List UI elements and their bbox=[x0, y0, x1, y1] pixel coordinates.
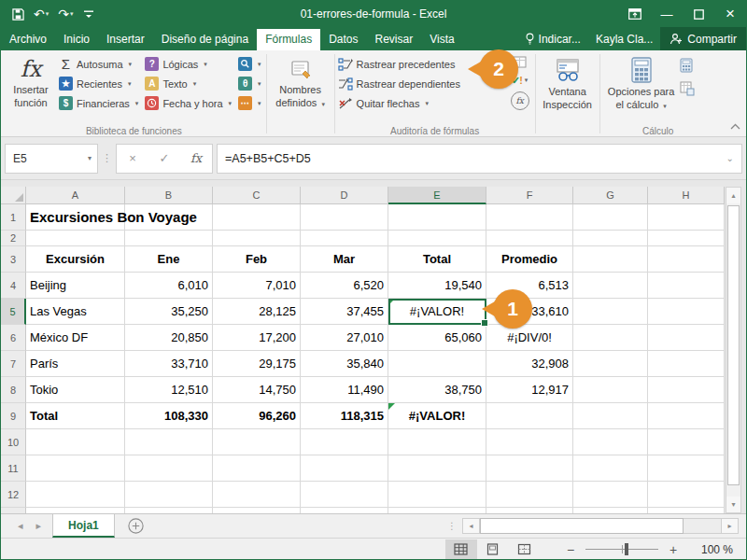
cell-F11[interactable] bbox=[486, 455, 573, 482]
cell-C7[interactable]: 29,175 bbox=[213, 351, 301, 377]
recientes-button[interactable]: ★Recientes▾ bbox=[57, 74, 140, 93]
cell-B9[interactable]: 108,330 bbox=[125, 403, 213, 429]
cell-B3[interactable]: Ene bbox=[125, 246, 213, 273]
formula-input[interactable]: =A5+B5+C5+D5 ⌄ bbox=[217, 144, 742, 174]
sheet-prev-icon[interactable]: ◂ bbox=[18, 520, 23, 532]
cell-B12[interactable] bbox=[125, 482, 213, 508]
cell-E7[interactable] bbox=[388, 351, 486, 377]
cell-F7[interactable]: 32,908 bbox=[486, 351, 573, 377]
cell-G2[interactable] bbox=[573, 231, 648, 246]
calculate-sheet-button[interactable] bbox=[680, 81, 695, 100]
cell-D8[interactable]: 11,490 bbox=[301, 377, 388, 403]
page-break-view-button[interactable] bbox=[509, 539, 541, 559]
column-header-F[interactable]: F bbox=[486, 187, 573, 204]
cell-A4[interactable]: Beijing bbox=[26, 273, 125, 299]
cell-G9[interactable] bbox=[573, 403, 648, 429]
cell-A6[interactable]: México DF bbox=[26, 325, 125, 351]
column-header-E[interactable]: E bbox=[388, 187, 486, 204]
zoom-slider-thumb[interactable] bbox=[625, 543, 628, 555]
cell-E11[interactable] bbox=[388, 455, 486, 482]
more-functions-icon-button[interactable]: ⋯▾ bbox=[236, 93, 263, 113]
close-button[interactable]: × bbox=[714, 1, 746, 27]
share-button[interactable]: Compartir bbox=[660, 27, 746, 50]
lógicas-button[interactable]: ?Lógicas▾ bbox=[143, 54, 233, 74]
cell-A8[interactable]: Tokio bbox=[26, 377, 125, 403]
cell-D9[interactable]: 118,315 bbox=[301, 403, 388, 429]
collapse-ribbon-button[interactable] bbox=[730, 117, 740, 133]
column-header-H[interactable]: H bbox=[648, 187, 725, 204]
customize-quick-access-button[interactable] bbox=[79, 3, 98, 25]
add-sheet-button[interactable] bbox=[115, 514, 157, 538]
cell-E8[interactable]: 38,750 bbox=[388, 377, 486, 403]
cell-G1[interactable] bbox=[573, 204, 648, 231]
redo-button[interactable]: ↷▾ bbox=[54, 3, 77, 25]
column-header-A[interactable]: A bbox=[26, 187, 125, 204]
row-header-10[interactable]: 10 bbox=[1, 429, 26, 455]
zoom-out-button[interactable]: − bbox=[565, 542, 576, 557]
splitter-handle[interactable]: ⋮ bbox=[447, 521, 457, 531]
cell-A5[interactable]: Las Vegas bbox=[26, 299, 125, 325]
horizontal-scroll-thumb[interactable] bbox=[480, 518, 684, 534]
scroll-down-icon[interactable]: ▾ bbox=[726, 497, 740, 512]
row-header-8[interactable]: 8 bbox=[1, 377, 26, 403]
cell-D10[interactable] bbox=[301, 429, 388, 455]
row-header-4[interactable]: 4 bbox=[1, 273, 26, 299]
cell-C3[interactable]: Feb bbox=[213, 246, 301, 273]
cell-F8[interactable]: 12,917 bbox=[486, 377, 573, 403]
undo-button[interactable]: ↶▾ bbox=[30, 3, 52, 25]
row-header-12[interactable]: 12 bbox=[1, 482, 26, 508]
cell-H9[interactable] bbox=[648, 403, 725, 429]
financieras-button[interactable]: $Financieras▾ bbox=[57, 93, 140, 113]
cell-A12[interactable] bbox=[26, 482, 125, 508]
menu-tab-vista[interactable]: Vista bbox=[421, 29, 462, 50]
cell-D7[interactable]: 35,840 bbox=[301, 351, 388, 377]
watch-window-button[interactable]: Ventana Inspección bbox=[539, 54, 597, 124]
zoom-level[interactable]: 100 % bbox=[701, 543, 733, 556]
defined-names-button[interactable]: Nombres definidos ▾ bbox=[270, 54, 331, 124]
cell-G12[interactable] bbox=[573, 482, 648, 508]
cell-B4[interactable]: 6,010 bbox=[125, 273, 213, 299]
cell-F2[interactable] bbox=[486, 231, 573, 246]
cell-E12[interactable] bbox=[388, 482, 486, 508]
cell-B2[interactable] bbox=[125, 231, 213, 246]
cell-D11[interactable] bbox=[301, 455, 388, 482]
expand-formula-bar-icon[interactable]: ⌄ bbox=[726, 153, 734, 163]
cell-C1[interactable] bbox=[213, 204, 301, 231]
minimize-button[interactable]: — bbox=[651, 1, 683, 27]
cell-G7[interactable] bbox=[573, 351, 648, 377]
menu-tab-revisar[interactable]: Revisar bbox=[367, 29, 422, 50]
cell-G5[interactable] bbox=[573, 299, 648, 325]
cell-F10[interactable] bbox=[486, 429, 573, 455]
menu-tab-diseño-de-página[interactable]: Diseño de página bbox=[153, 29, 257, 50]
cell-E9[interactable]: #¡VALOR! bbox=[388, 403, 486, 429]
ribbon-display-options-button[interactable] bbox=[619, 1, 651, 27]
cell-A11[interactable] bbox=[26, 455, 125, 482]
tell-me-button[interactable]: Indicar... bbox=[517, 33, 588, 46]
cell-H6[interactable] bbox=[648, 325, 725, 351]
cell-A10[interactable] bbox=[26, 429, 125, 455]
cell-D1[interactable] bbox=[301, 204, 388, 231]
save-button[interactable] bbox=[8, 3, 28, 25]
menu-tab-insertar[interactable]: Insertar bbox=[98, 29, 153, 50]
normal-view-button[interactable] bbox=[445, 539, 477, 559]
cell-G4[interactable] bbox=[573, 273, 648, 299]
cell-H2[interactable] bbox=[648, 231, 725, 246]
page-layout-view-button[interactable] bbox=[477, 539, 509, 559]
texto-button[interactable]: ATexto▾ bbox=[143, 74, 233, 93]
cell-E1[interactable] bbox=[388, 204, 486, 231]
cell-H3[interactable] bbox=[648, 246, 725, 273]
cell-C6[interactable]: 17,200 bbox=[213, 325, 301, 351]
cell-H10[interactable] bbox=[648, 429, 725, 455]
sheet-next-icon[interactable]: ▸ bbox=[36, 520, 42, 532]
cell-C4[interactable]: 7,010 bbox=[213, 273, 301, 299]
cell-G3[interactable] bbox=[573, 246, 648, 273]
cell-C11[interactable] bbox=[213, 455, 301, 482]
cell-F9[interactable] bbox=[486, 403, 573, 429]
redo-caret-icon[interactable]: ▾ bbox=[70, 10, 74, 18]
calculation-options-button[interactable]: Opciones para el cálculo ▾ bbox=[603, 54, 680, 129]
menu-tab-fórmulas[interactable]: Fórmulas bbox=[257, 29, 320, 50]
cell-B11[interactable] bbox=[125, 455, 213, 482]
cell-E5[interactable]: #¡VALOR! bbox=[388, 299, 486, 325]
cell-A1[interactable]: Excursiones Bon Voyage bbox=[26, 204, 125, 231]
scroll-left-icon[interactable]: ◂ bbox=[462, 518, 480, 534]
